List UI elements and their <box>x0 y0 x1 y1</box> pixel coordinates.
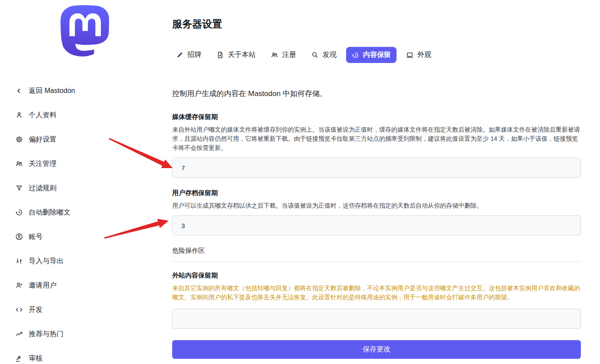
sidebar-item-invites[interactable]: 邀请用户 <box>15 280 146 291</box>
document-icon <box>217 51 224 59</box>
sidebar-item-back-to-mastodon[interactable]: 返回 Mastodon <box>15 86 146 96</box>
person-icon <box>15 111 23 119</box>
settings-tab-bar: 招牌 关于本站 注册 发现 内容保留 <box>170 47 437 63</box>
funnel-icon <box>15 184 23 192</box>
sidebar-item-automated-deletion[interactable]: 自动删除嘟文 <box>15 207 146 218</box>
sidebar-item-follows[interactable]: 关注管理 <box>15 159 146 169</box>
search-icon <box>311 51 319 59</box>
sidebar-item-account[interactable]: 账号 <box>15 232 146 242</box>
sidebar-item-label: 过滤规则 <box>29 184 57 193</box>
content-retention-panel: 控制用户生成的内容在 Mastodon 中如何存储。 媒体缓存保留期 来自外站用… <box>172 85 581 359</box>
save-changes-button[interactable]: 保存更改 <box>172 340 581 359</box>
code-icon <box>15 306 23 314</box>
gavel-icon <box>15 354 23 362</box>
remote-content-heading: 外站内容保留期 <box>172 271 581 280</box>
history-icon <box>352 51 359 59</box>
media-cache-retention-input[interactable] <box>172 158 581 178</box>
sidebar-item-filters[interactable]: 过滤规则 <box>15 183 146 193</box>
sidebar-item-label: 偏好设置 <box>29 135 57 144</box>
sidebar-item-moderation[interactable]: 审核 <box>15 353 146 364</box>
remote-content-retention-input[interactable] <box>172 309 581 329</box>
pencil-icon <box>176 51 183 59</box>
tab-branding[interactable]: 招牌 <box>170 47 207 63</box>
tab-about[interactable]: 关于本站 <box>211 47 261 63</box>
media-cache-heading: 媒体缓存保留期 <box>172 113 581 121</box>
sidebar-item-preferences[interactable]: 偏好设置 <box>15 134 146 145</box>
sidebar-item-label: 开发 <box>29 305 43 314</box>
user-archive-description: 用户可以生成其嘟文存档以供之后下载。当该值被设为正值时，这些存档将在指定的天数后… <box>172 201 581 210</box>
panel-intro: 控制用户生成的内容在 Mastodon 中如何存储。 <box>172 89 581 99</box>
sidebar-item-label: 返回 Mastodon <box>29 86 75 96</box>
sidebar-item-label: 邀请用户 <box>29 281 57 290</box>
tab-label: 发现 <box>323 50 337 60</box>
mastodon-logo[interactable] <box>59 3 110 58</box>
person-circle-icon <box>15 233 23 241</box>
people-icon <box>15 160 23 168</box>
tab-label: 内容保留 <box>363 50 391 60</box>
tab-label: 招牌 <box>187 50 201 60</box>
tab-label: 关于本站 <box>228 50 256 60</box>
sidebar-item-label: 个人资料 <box>29 111 57 120</box>
people-icon <box>271 51 278 59</box>
danger-zone-label: 危险操作区 <box>172 247 581 262</box>
history-icon <box>15 208 23 216</box>
sidebar-item-label: 关注管理 <box>29 159 57 169</box>
remote-content-warning: 来自其它实例的所有嘟文（包括转嘟与回复）都将在指定天数后被删除，不论本实例用户是… <box>172 284 581 302</box>
sidebar-item-import-export[interactable]: 导入与导出 <box>15 256 146 266</box>
mastodon-logo-icon <box>59 3 110 58</box>
sidebar-item-label: 审核 <box>29 354 43 363</box>
user-archive-heading: 用户存档保留期 <box>172 189 581 197</box>
tab-appearance[interactable]: 外观 <box>400 47 437 63</box>
import-export-icon <box>15 257 23 265</box>
sidebar-item-development[interactable]: 开发 <box>15 304 146 315</box>
person-add-icon <box>15 281 23 289</box>
tab-registrations[interactable]: 注册 <box>265 47 302 63</box>
sidebar-item-label: 推荐与热门 <box>29 330 63 339</box>
sidebar-item-label: 账号 <box>29 232 43 242</box>
sidebar-item-trends[interactable]: 推荐与热门 <box>15 329 146 339</box>
laptop-icon <box>406 51 413 59</box>
trending-icon <box>15 330 23 338</box>
sidebar-item-profile[interactable]: 个人资料 <box>15 110 146 120</box>
sidebar-item-label: 自动删除嘟文 <box>29 208 70 217</box>
tab-discovery[interactable]: 发现 <box>306 47 342 63</box>
page-title: 服务器设置 <box>172 17 222 31</box>
tab-content-retention[interactable]: 内容保留 <box>346 47 397 63</box>
tab-label: 注册 <box>282 50 296 60</box>
tab-label: 外观 <box>417 50 431 60</box>
media-cache-description: 来自外站用户嘟文的媒体文件将被缓存到你的实例上。当该值被设为正值时，缓存的媒体文… <box>172 125 581 152</box>
chevron-left-icon <box>15 87 23 95</box>
gear-icon <box>15 136 23 143</box>
settings-sidebar: 返回 Mastodon 个人资料 偏好设置 关注管理 过滤规则 <box>15 86 146 364</box>
sidebar-item-label: 导入与导出 <box>29 257 63 266</box>
user-archive-retention-input[interactable] <box>172 215 581 235</box>
